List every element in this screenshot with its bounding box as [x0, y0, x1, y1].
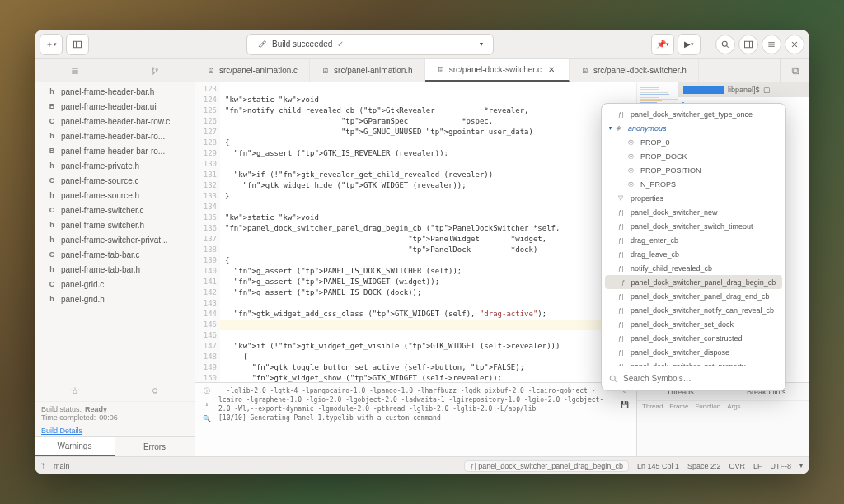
symbol-item[interactable]: ◎N_PROPS [602, 177, 785, 191]
symbol-item[interactable]: ƒ|notify_child_revealed_cb [602, 261, 785, 275]
status-ovr[interactable]: OVR [729, 462, 745, 470]
status-chevron-icon[interactable]: ▾ [799, 462, 803, 469]
file-row[interactable]: hpanel-frame-private.h [35, 158, 195, 173]
symbol-name: panel_dock_switcher_switch_timeout [631, 222, 753, 231]
symbol-name: properties [631, 194, 663, 203]
close-window-button[interactable] [785, 35, 804, 54]
symbol-name: N_PROPS [640, 180, 676, 189]
symbol-kind-icon: ƒ| [618, 264, 626, 272]
run-button[interactable]: ▶▾ [678, 34, 701, 55]
file-row[interactable]: Bpanel-frame-header-bar-ro... [35, 143, 195, 158]
new-button[interactable]: ＋▾ [40, 34, 63, 55]
build-details-link[interactable]: Build Details [35, 425, 195, 436]
tab-label: src/panel-animation.h [334, 66, 413, 75]
menu-button[interactable] [762, 35, 781, 54]
pin-button[interactable]: 📌▾ [651, 34, 674, 55]
symbol-item[interactable]: ƒ|panel_dock_switcher_new [602, 205, 785, 219]
symbol-item[interactable]: ƒ|panel_dock_switcher_constructed [602, 331, 785, 345]
warnings-tab[interactable]: Warnings [35, 437, 115, 456]
build-console[interactable]: ⓘ ⬇ 🔍 -lglib-2.0 -lgtk-4 -lpangocairo-1.… [195, 383, 636, 456]
symbol-name: panel_dock_switcher_set_dock [631, 320, 734, 329]
symbol-item[interactable]: ƒ|panel_dock_switcher_get_type_once [602, 107, 785, 121]
status-symbol[interactable]: ƒ| panel_dock_switcher_panel_drag_begin_… [464, 460, 628, 472]
status-position[interactable]: Ln 145 Col 1 [637, 462, 679, 470]
file-list[interactable]: hpanel-frame-header-bar.hBpanel-frame-he… [35, 82, 195, 380]
download-icon[interactable]: ⬇ [205, 400, 209, 409]
file-row[interactable]: Cpanel-frame-header-bar-row.c [35, 114, 195, 128]
todo-tab[interactable] [35, 380, 115, 401]
symbol-item[interactable]: ƒ|panel_dock_switcher_panel_drag_begin_c… [605, 275, 782, 289]
status-line-ending[interactable]: LF [753, 462, 762, 470]
symbol-item[interactable]: ƒ|panel_dock_switcher_switch_timeout [602, 219, 785, 233]
editor-tab[interactable]: 🗎src/panel-dock-switcher.h [570, 59, 699, 82]
panel-right-toggle[interactable] [738, 35, 758, 54]
file-row[interactable]: hpanel-frame-source.h [35, 188, 195, 203]
symbol-group[interactable]: ▾ ◈anonymous [602, 121, 785, 135]
editor-tab[interactable]: 🗎src/panel-animation.c [195, 59, 310, 82]
tab-close-icon[interactable]: ✕ [546, 64, 557, 76]
symbol-item[interactable]: ƒ|panel_dock_switcher_dispose [602, 345, 785, 359]
save-log-icon[interactable]: 💾 [621, 400, 629, 409]
file-row[interactable]: Cpanel-frame-switcher.c [35, 203, 195, 217]
search-button[interactable] [715, 35, 735, 54]
build-status-pill[interactable]: Build succeeded ✓ ▾ [246, 34, 494, 55]
svg-point-25 [610, 376, 615, 380]
file-row[interactable]: Cpanel-frame-tab-bar.c [35, 247, 195, 262]
symbol-item[interactable]: ƒ|drag_leave_cb [602, 247, 785, 261]
file-row[interactable]: Cpanel-grid.c [35, 277, 195, 292]
symbol-search-input[interactable] [623, 374, 779, 383]
symbol-item[interactable]: ◎PROP_DOCK [602, 149, 785, 163]
tab-label: src/panel-dock-switcher.h [593, 66, 687, 75]
list-icon [70, 66, 80, 76]
editor-tab[interactable]: 🗎src/panel-animation.h [310, 59, 425, 82]
file-row[interactable]: hpanel-frame-header-bar-ro... [35, 128, 195, 143]
branch-icon: ᛘ [41, 462, 45, 470]
file-row[interactable]: hpanel-frame-header-bar.h [35, 84, 195, 99]
status-encoding[interactable]: UTF-8 [771, 462, 792, 470]
bottom-panel: ⓘ ⬇ 🔍 -lglib-2.0 -lgtk-4 -lpangocairo-1.… [195, 382, 809, 456]
symbol-item[interactable]: ƒ|panel_dock_switcher_set_dock [602, 317, 785, 331]
symbol-item[interactable]: ƒ|panel_dock_switcher_notify_can_reveal_… [602, 303, 785, 317]
file-row[interactable]: Cpanel-frame-source.c [35, 173, 195, 188]
pages-icon [790, 66, 800, 76]
file-row[interactable]: hpanel-frame-switcher-privat... [35, 232, 195, 247]
file-row[interactable]: hpanel-frame-switcher.h [35, 217, 195, 232]
chevron-down-icon: ▾ [608, 124, 612, 132]
symbol-item[interactable]: ◎PROP_POSITION [602, 163, 785, 177]
chevron-down-icon: ▾ [480, 40, 483, 48]
terminal-add-icon[interactable]: ▢ [763, 86, 771, 94]
vcs-view-toggle[interactable] [115, 59, 195, 82]
file-icon: 🗎 [437, 65, 445, 74]
svg-point-16 [156, 68, 157, 70]
open-pages-button[interactable] [780, 59, 809, 82]
symbol-name: panel_dock_switcher_new [631, 208, 718, 217]
debug-panel: ThreadsBreakpoints ThreadFrameFunctionAr… [636, 383, 809, 456]
errors-tab[interactable]: Errors [115, 437, 195, 456]
file-row[interactable]: Bpanel-frame-header-bar.ui [35, 99, 195, 114]
symbol-item[interactable]: ▽properties [602, 191, 785, 205]
search-icon[interactable]: 🔍 [203, 414, 211, 423]
panel-left-toggle[interactable] [66, 34, 89, 55]
svg-rect-18 [793, 68, 798, 73]
code-body[interactable]: "kw">static "kw">void "fn">notify_child_… [220, 82, 636, 382]
tree-view-toggle[interactable] [35, 59, 115, 82]
hamburger-icon [767, 40, 776, 49]
editor-tab[interactable]: 🗎src/panel-dock-switcher.c✕ [425, 59, 570, 82]
symbol-item[interactable]: ƒ|panel_dock_switcher_panel_drag_end_cb [602, 289, 785, 303]
file-row[interactable]: hpanel-frame-tab-bar.h [35, 262, 195, 277]
file-row[interactable]: hpanel-grid.h [35, 292, 195, 306]
terminal-tab[interactable]: libpanel]$ ▢ [678, 82, 809, 97]
svg-point-2 [722, 41, 727, 46]
status-indent[interactable]: Space 2:2 [687, 462, 721, 470]
symbol-name: drag_leave_cb [631, 250, 679, 259]
sidebar: hpanel-frame-header-bar.hBpanel-frame-he… [35, 82, 195, 456]
tests-tab[interactable] [115, 380, 195, 401]
hammer-icon [257, 40, 267, 49]
symbols-list[interactable]: ƒ|panel_dock_switcher_get_type_once▾ ◈an… [602, 104, 785, 366]
symbol-item[interactable]: ƒ|panel_dock_switcher_get_property [602, 359, 785, 366]
symbol-item[interactable]: ƒ|drag_enter_cb [602, 233, 785, 247]
file-type-icon: h [48, 87, 56, 96]
symbol-item[interactable]: ◎PROP_0 [602, 135, 785, 149]
branch-name[interactable]: main [54, 462, 70, 470]
file-type-icon: C [48, 117, 56, 125]
